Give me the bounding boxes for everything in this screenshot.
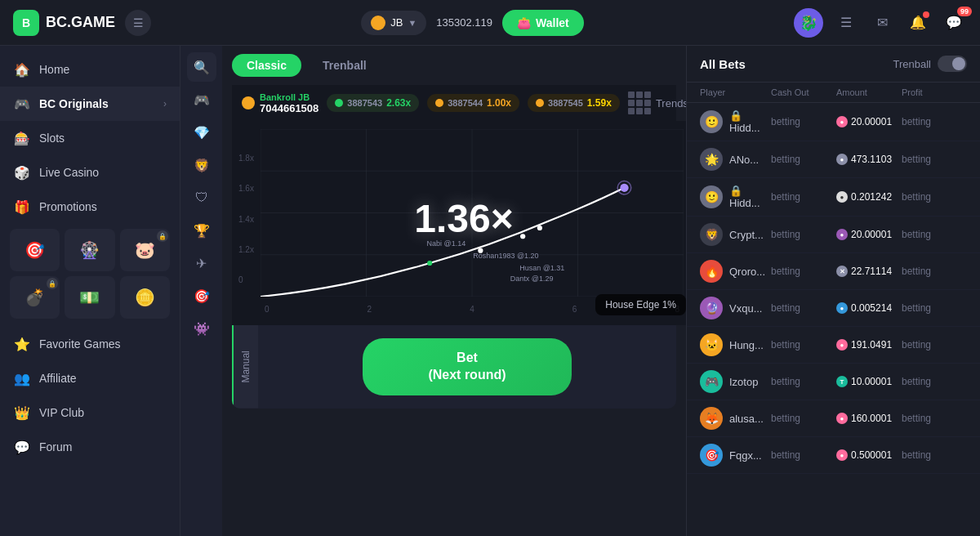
promo-card-dollar[interactable]: 💵 xyxy=(65,276,114,319)
table-row: 🎯 Fqgx... betting ● 0.500001 betting xyxy=(687,437,980,474)
promo-card-coins[interactable]: 🪙 xyxy=(120,276,170,319)
bc-originals-arrow-icon: › xyxy=(163,98,167,109)
strip-icon-trophy[interactable]: 🏆 xyxy=(187,216,216,245)
profit-status: betting xyxy=(902,302,967,314)
strip-icon-lion[interactable]: 🦁 xyxy=(187,150,216,180)
table-row: 🔥 Qroro... betting ✕ 22.71114 betting xyxy=(687,253,980,290)
bet-button[interactable]: Bet (Next round) xyxy=(363,338,571,395)
tab-trenball[interactable]: Trenball xyxy=(308,54,381,77)
icon-strip: 🔍 🎮 💎 🦁 🛡 🏆 ✈ 🎯 👾 xyxy=(180,46,222,536)
coin-icon: ● xyxy=(836,339,848,351)
y-axis-labels: 1.8x 1.6x 1.4x 1.2x 0 xyxy=(238,154,254,284)
bc-originals-icon: 🎮 xyxy=(13,95,31,113)
forum-icon: 💬 xyxy=(13,438,31,456)
affiliate-icon: 👥 xyxy=(13,369,31,387)
trenball-toggle[interactable]: Trenball xyxy=(893,56,967,72)
bet-amount: ● 0.005214 xyxy=(836,302,902,314)
col-cashout: Cash Out xyxy=(771,87,836,97)
strip-icon-game[interactable]: 🎮 xyxy=(187,85,216,114)
avatar: 🎮 xyxy=(700,370,723,393)
sidebar-item-affiliate[interactable]: 👥 Affiliate xyxy=(0,361,180,395)
player-name: Izotop xyxy=(729,376,758,388)
promo-card-fire[interactable]: 🎯 xyxy=(10,229,60,271)
mail-icon[interactable]: ✉ xyxy=(869,10,895,36)
table-row: 🌟 ANo... betting ● 473.1103 betting xyxy=(687,141,980,178)
lock-badge-bomb: 🔒 xyxy=(47,278,58,289)
sidebar-item-live-casino[interactable]: 🎲 Live Casino xyxy=(0,155,180,190)
balance-value: 135302.119 xyxy=(436,16,492,29)
mult-id-1: 3887543 xyxy=(347,98,382,108)
multiplier-badge-2: 3887544 1.00x xyxy=(427,94,519,112)
bet-amount: ● 20.00001 xyxy=(836,116,902,127)
bankroll-info: Bankroll JB 7044661508 xyxy=(242,92,318,114)
svg-point-13 xyxy=(537,226,542,230)
avatar: 🌟 xyxy=(700,148,723,171)
sidebar-item-forum[interactable]: 💬 Forum xyxy=(0,430,180,464)
sidebar-label-favorite: Favorite Games xyxy=(39,337,167,351)
promo-card-piggy[interactable]: 🐷 🔒 xyxy=(120,229,170,271)
trends-label: Trends xyxy=(656,97,686,109)
wallet-label: Wallet xyxy=(536,16,569,29)
logo-icon: B xyxy=(13,10,39,36)
bankroll-value: 7044661508 xyxy=(260,102,318,114)
strip-icon-diamond[interactable]: 💎 xyxy=(187,118,216,147)
avatar: 🙂 xyxy=(700,110,723,133)
table-row: 🎮 Izotop betting T 10.00001 betting xyxy=(687,364,980,400)
sidebar-label-home: Home xyxy=(39,63,167,76)
player-info: 🎮 Izotop xyxy=(700,370,771,393)
player-name: Hung... xyxy=(729,339,764,351)
sidebar-item-promotions[interactable]: 🎁 Promotions xyxy=(0,190,180,224)
crash-graph: 1.8x 1.6x 1.4x 1.2x 0 xyxy=(232,121,686,325)
logo[interactable]: B BC.GAME xyxy=(13,10,115,36)
strip-icon-plane[interactable]: ✈ xyxy=(187,248,216,278)
strip-icon-target[interactable]: 🎯 xyxy=(187,281,216,310)
live-casino-icon: 🎲 xyxy=(13,163,31,181)
cashout-status: betting xyxy=(771,302,836,314)
profit-status: betting xyxy=(902,154,967,165)
sidebar-label-vip: VIP Club xyxy=(39,406,167,419)
promo-card-wheel[interactable]: 🎡 xyxy=(65,229,114,271)
sidebar-item-home[interactable]: 🏠 Home xyxy=(0,52,180,87)
player-name: Vxqu... xyxy=(729,302,762,315)
strip-icon-search[interactable]: 🔍 xyxy=(187,52,216,82)
tab-classic[interactable]: Classic xyxy=(232,54,301,77)
manual-tab[interactable]: Manual xyxy=(232,325,258,409)
avatar[interactable]: 🐉 xyxy=(794,8,823,38)
coin-icon: ✕ xyxy=(836,266,848,277)
strip-icon-shield[interactable]: 🛡 xyxy=(187,183,216,212)
sidebar-item-favorite[interactable]: ⭐ Favorite Games xyxy=(0,327,180,361)
coin-icon: T xyxy=(836,376,848,387)
player-info: 🦁 Crypt... xyxy=(700,223,771,246)
wallet-button[interactable]: 👛 Wallet xyxy=(502,10,584,36)
coin-icon: ● xyxy=(836,116,848,127)
sidebar-item-slots[interactable]: 🎰 Slots xyxy=(0,121,180,155)
chat-icon[interactable]: 💬 xyxy=(941,10,967,36)
coin-icon: ● xyxy=(836,302,848,314)
profit-status: betting xyxy=(902,116,967,127)
notification-icon[interactable]: 🔔 xyxy=(905,10,931,36)
menu-icon-btn[interactable]: ☰ xyxy=(833,10,859,36)
cashout-status: betting xyxy=(771,376,836,387)
bet-amount: ● 0.500001 xyxy=(836,449,902,461)
balance-label: JB xyxy=(390,16,403,29)
sidebar-item-vip[interactable]: 👑 VIP Club xyxy=(0,395,180,430)
sidebar-label-live-casino: Live Casino xyxy=(39,166,167,179)
toggle-switch[interactable] xyxy=(938,56,967,72)
promo-card-bomb[interactable]: 💣 🔒 xyxy=(10,276,60,319)
avatar: 🦁 xyxy=(700,223,723,246)
cashout-status: betting xyxy=(771,449,836,461)
avatar: 🔥 xyxy=(700,260,723,283)
table-row: 🦊 alusa... betting ● 160.0001 betting xyxy=(687,400,980,437)
bets-list: 🙂 🔒 Hidd... betting ● 20.00001 betting 🌟… xyxy=(687,103,980,536)
avatar: 🙂 xyxy=(700,185,723,208)
balance-button[interactable]: JB ▼ xyxy=(361,11,426,35)
col-profit: Profit xyxy=(902,87,967,97)
menu-button[interactable]: ☰ xyxy=(125,10,151,36)
strip-icon-alien[interactable]: 👾 xyxy=(187,314,216,343)
bankroll-label: Bankroll JB xyxy=(260,92,318,102)
slots-icon: 🎰 xyxy=(13,129,31,147)
col-amount: Amount xyxy=(836,87,902,97)
sidebar-item-bc-originals[interactable]: 🎮 BC Originals › xyxy=(0,87,180,121)
profit-status: betting xyxy=(902,266,967,277)
trends-button[interactable]: Trends xyxy=(628,92,686,114)
